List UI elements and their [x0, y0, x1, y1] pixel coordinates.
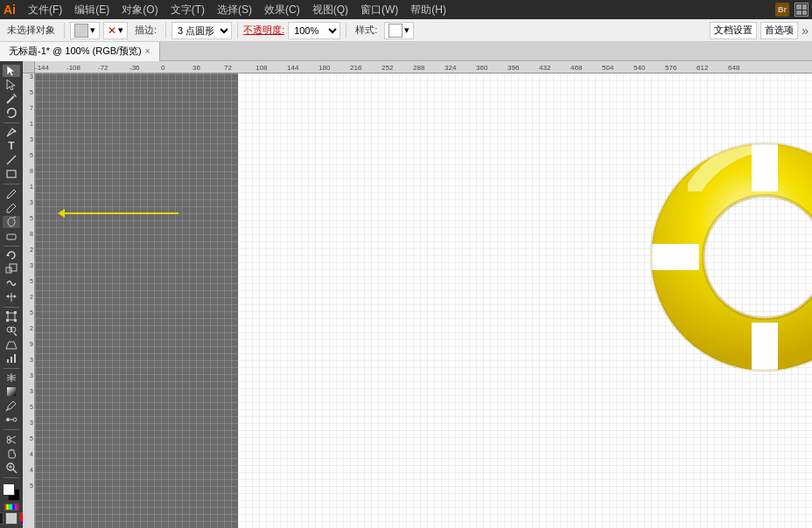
svg-line-25 [14, 333, 17, 336]
ruler-corner [23, 61, 35, 73]
ruler-h-tick: 144 [287, 64, 298, 72]
opacity-label[interactable]: 不透明度: [243, 24, 284, 37]
ruler-v-tick: 3 [30, 357, 33, 363]
canvas-area[interactable] [35, 73, 812, 528]
brush-tool[interactable] [3, 188, 20, 200]
tab-close-btn[interactable]: × [145, 46, 150, 56]
fill-color-btn[interactable]: ▾ [70, 22, 100, 39]
light-swatch[interactable] [5, 512, 18, 525]
magic-wand-tool[interactable] [3, 93, 20, 105]
menu-type[interactable]: 文字(T) [165, 1, 210, 19]
menu-view[interactable]: 视图(Q) [307, 1, 354, 19]
ruler-h-tick: 36 [192, 64, 200, 72]
donut-illustration [634, 126, 812, 388]
svg-rect-27 [7, 359, 9, 363]
type-tool[interactable]: T [3, 140, 20, 152]
ruler-h-tick: 252 [382, 64, 393, 72]
graph-tool[interactable] [3, 352, 20, 365]
menu-select[interactable]: 选择(S) [212, 1, 257, 19]
scale-tool[interactable] [3, 263, 20, 275]
scissors-tool[interactable] [3, 434, 20, 446]
svg-line-39 [10, 436, 16, 439]
free-transform-tool[interactable] [3, 310, 20, 323]
rect-tool[interactable] [3, 168, 20, 180]
ruler-h-tick: 180 [318, 64, 330, 72]
ruler-horizontal: -144-108-72-3603672108144180216252288324… [35, 61, 812, 73]
perspective-tool[interactable] [3, 338, 20, 351]
ruler-v-tick: 5 [30, 483, 33, 489]
ruler-h-tick: 468 [570, 64, 582, 72]
menu-edit[interactable]: 编辑(E) [69, 1, 115, 19]
eraser-tool[interactable] [3, 230, 20, 242]
line-tool[interactable] [3, 154, 20, 166]
blend-tool[interactable] [3, 413, 20, 426]
gradient-tool[interactable] [3, 386, 20, 398]
svg-line-2 [7, 96, 14, 103]
ruler-v-tick: 3 [30, 388, 33, 394]
shape-builder-tool[interactable] [3, 324, 20, 337]
zoom-tool[interactable] [3, 462, 20, 474]
direct-select-tool[interactable] [3, 79, 20, 91]
blob-brush-tool[interactable] [3, 216, 20, 228]
ruler-v-tick: 1 [30, 121, 33, 127]
foreground-color[interactable] [3, 483, 15, 496]
workspace-switcher[interactable] [794, 3, 808, 17]
svg-line-40 [10, 441, 16, 443]
opacity-select[interactable]: 100% [288, 22, 340, 39]
stroke-size-select[interactable]: 3 点圆形 [172, 22, 232, 39]
style-btn[interactable]: ▾ [384, 22, 414, 39]
svg-rect-19 [6, 311, 9, 314]
color-swatch-area[interactable] [2, 483, 21, 488]
grid-panel [35, 73, 238, 528]
ruler-v-tick: 5 [30, 404, 33, 410]
toolbar-divider-4 [346, 23, 346, 38]
select-tool[interactable] [3, 65, 20, 77]
lasso-tool[interactable] [3, 107, 20, 119]
mesh-tool[interactable] [3, 372, 20, 384]
document-tab[interactable]: 无标题-1* @ 100% (RGB/预览) × [0, 42, 160, 61]
menu-window[interactable]: 窗口(W) [355, 1, 403, 19]
ruler-v-tick: 5 [30, 309, 33, 316]
warp-tool[interactable] [3, 277, 20, 289]
svg-point-5 [14, 130, 17, 133]
preferences-btn[interactable]: 首选项 [760, 22, 798, 39]
toolbar-expand-btn[interactable]: » [802, 24, 808, 38]
color-spectrum[interactable] [4, 504, 18, 511]
no-selection-label: 未选择对象 [4, 24, 59, 37]
hand-tool[interactable] [3, 448, 20, 460]
ruler-v-tick: 4 [30, 451, 33, 457]
tab-bar: 无标题-1* @ 100% (RGB/预览) × [0, 42, 812, 61]
ruler-h-tick: 0 [161, 64, 164, 72]
ruler-v-tick: 8 [30, 231, 33, 237]
ruler-v-tick: 5 [30, 278, 33, 284]
svg-point-8 [8, 218, 15, 226]
ruler-v-tick: 5 [30, 435, 33, 441]
doc-settings-btn[interactable]: 文档设置 [710, 22, 757, 39]
width-tool[interactable] [3, 291, 20, 303]
rotate-tool[interactable] [3, 249, 20, 261]
ruler-h-tick: 432 [539, 64, 550, 72]
eyedropper-tool[interactable] [3, 399, 20, 412]
menu-file[interactable]: 文件(F) [23, 1, 67, 19]
ruler-h-tick: 576 [665, 64, 676, 72]
stroke-icon-btn[interactable]: ✕ ▾ [103, 22, 128, 39]
ruler-h-tick: -36 [130, 64, 140, 72]
menu-bar: Ai 文件(F) 编辑(E) 对象(O) 文字(T) 选择(S) 效果(C) 视… [0, 0, 812, 19]
white-canvas[interactable] [238, 73, 812, 528]
stroke-label: 描边: [131, 24, 160, 37]
ruler-h-tick: 324 [444, 64, 456, 72]
pen-tool[interactable] [3, 126, 20, 138]
ruler-h-tick: 504 [602, 64, 613, 72]
style-label: 样式: [352, 24, 381, 37]
ruler-v-tick: 5 [30, 152, 33, 158]
left-toolbar: T [0, 61, 23, 528]
svg-rect-18 [8, 313, 15, 320]
bridge-badge[interactable]: Br [775, 3, 789, 17]
svg-point-38 [7, 440, 10, 443]
stroke-indicator: ✕ [108, 24, 116, 37]
menu-help[interactable]: 帮助(H) [405, 1, 452, 19]
pencil-tool[interactable] [3, 202, 20, 214]
dark-swatch[interactable] [0, 512, 4, 525]
menu-effect[interactable]: 效果(C) [259, 1, 305, 19]
menu-object[interactable]: 对象(O) [116, 1, 163, 19]
